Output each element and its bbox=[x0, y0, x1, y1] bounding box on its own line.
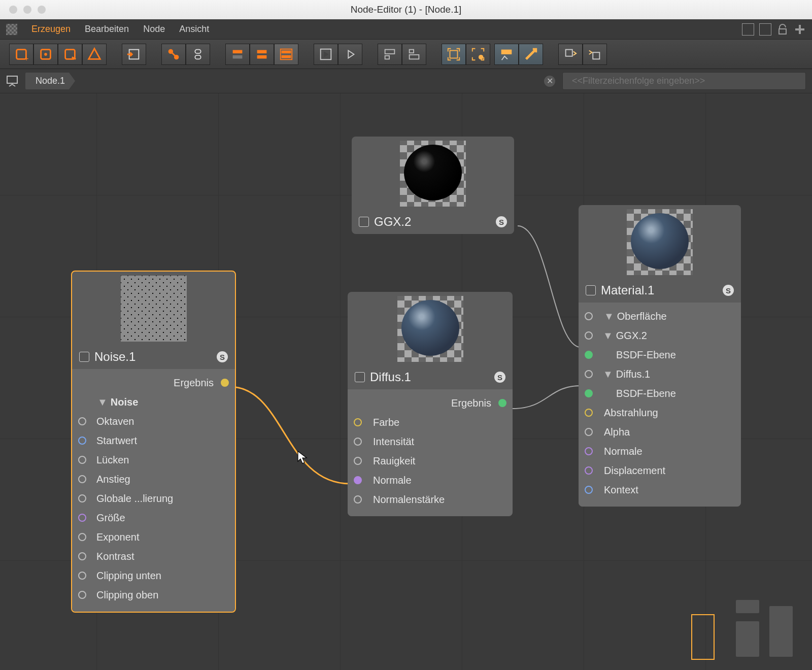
node-material[interactable]: Material.1 S ▼Oberfläche ▼GGX.2 BSDF-Ebe… bbox=[579, 205, 741, 507]
svg-rect-22 bbox=[410, 49, 414, 53]
close-filter-icon[interactable]: ✕ bbox=[544, 76, 555, 87]
toolbar-layout-a[interactable] bbox=[378, 44, 402, 65]
in-port[interactable] bbox=[585, 331, 593, 340]
input-intensitaet: Intensität bbox=[373, 436, 414, 448]
menu-erzeugen[interactable]: Erzeugen bbox=[31, 24, 71, 35]
in-port[interactable] bbox=[585, 447, 593, 455]
tree-bsdf1: BSDF-Ebene bbox=[616, 349, 676, 361]
toolbar-import[interactable] bbox=[122, 44, 146, 65]
in-port[interactable] bbox=[78, 514, 86, 522]
in-port[interactable] bbox=[585, 409, 593, 417]
tree-toggle[interactable]: ▼ bbox=[97, 396, 108, 408]
toolbar-unlink[interactable] bbox=[186, 44, 210, 65]
toolbar-new-node-1[interactable]: + bbox=[9, 44, 33, 65]
svg-rect-27 bbox=[566, 49, 572, 56]
toolbar-target[interactable] bbox=[466, 44, 490, 65]
svg-point-25 bbox=[479, 54, 483, 59]
minimize-window-button[interactable] bbox=[23, 6, 31, 14]
toolbar-play-1[interactable] bbox=[314, 44, 338, 65]
node-noise[interactable]: Noise.1 S Ergebnis ▼Noise Oktaven Startw… bbox=[71, 271, 236, 613]
menu-node[interactable]: Node bbox=[143, 24, 165, 35]
in-port[interactable] bbox=[585, 486, 593, 494]
in-port[interactable] bbox=[78, 437, 86, 445]
node-title: Diffus.1 bbox=[370, 370, 411, 384]
out-port[interactable] bbox=[221, 379, 229, 387]
solo-badge[interactable]: S bbox=[496, 216, 507, 227]
panel-icon-1[interactable] bbox=[742, 23, 754, 36]
solo-badge[interactable]: S bbox=[217, 351, 228, 362]
solo-badge[interactable]: S bbox=[494, 372, 505, 383]
in-port[interactable] bbox=[78, 456, 86, 464]
toolbar-align-3[interactable] bbox=[274, 44, 298, 65]
in-port[interactable] bbox=[78, 417, 86, 425]
group-noise: Noise bbox=[111, 396, 138, 408]
in-port[interactable] bbox=[585, 351, 593, 359]
tree-bsdf2: BSDF-Ebene bbox=[616, 388, 676, 399]
svg-rect-18 bbox=[282, 55, 291, 58]
in-port[interactable] bbox=[78, 494, 86, 502]
graph-root-icon[interactable] bbox=[6, 75, 18, 87]
panel-icon-2[interactable] bbox=[759, 23, 771, 36]
in-port[interactable] bbox=[585, 312, 593, 320]
svg-rect-28 bbox=[593, 52, 599, 59]
in-port[interactable] bbox=[585, 370, 593, 378]
toolbar-new-node-3[interactable] bbox=[58, 44, 82, 65]
svg-rect-23 bbox=[410, 54, 419, 58]
in-port[interactable] bbox=[78, 572, 86, 580]
toolbar-new-node-2[interactable] bbox=[33, 44, 58, 65]
toolbar-snap-2[interactable] bbox=[519, 44, 543, 65]
in-port[interactable] bbox=[78, 552, 86, 560]
toolbar-play-2[interactable] bbox=[338, 44, 362, 65]
in-port[interactable] bbox=[354, 438, 362, 446]
menu-bearbeiten[interactable]: Bearbeiten bbox=[85, 24, 129, 35]
solo-badge[interactable]: S bbox=[723, 285, 734, 296]
svg-rect-21 bbox=[385, 55, 389, 59]
toolbar-new-node-4[interactable] bbox=[82, 44, 107, 65]
tree-toggle[interactable]: ▼ bbox=[603, 330, 613, 342]
plus-icon[interactable] bbox=[794, 23, 806, 36]
in-port[interactable] bbox=[78, 533, 86, 541]
node-title: Noise.1 bbox=[94, 350, 136, 364]
in-port[interactable] bbox=[354, 457, 362, 465]
toolbar-layout-b[interactable] bbox=[402, 44, 426, 65]
input-exponent: Exponent bbox=[96, 531, 140, 543]
input-displacement: Displacement bbox=[604, 465, 665, 477]
input-skalierung: Globale ...lierung bbox=[96, 493, 173, 505]
in-port[interactable] bbox=[585, 466, 593, 475]
menu-ansicht[interactable]: Ansicht bbox=[179, 24, 209, 35]
diffus-preview bbox=[397, 296, 463, 362]
node-diffus[interactable]: Diffus.1 S Ergebnis Farbe Intensität Rau… bbox=[348, 292, 513, 516]
toolbar-clipboard-1[interactable] bbox=[558, 44, 583, 65]
node-type-icon bbox=[586, 285, 596, 295]
node-canvas[interactable]: GGX.2 S Diffus.1 S Ergebnis Farbe Intens… bbox=[0, 93, 812, 670]
in-port[interactable] bbox=[354, 476, 362, 484]
in-port[interactable] bbox=[78, 475, 86, 483]
toolbar: + bbox=[0, 40, 812, 69]
toolbar-link[interactable] bbox=[161, 44, 186, 65]
in-port[interactable] bbox=[354, 495, 362, 504]
toolbar-snap-1[interactable] bbox=[494, 44, 519, 65]
svg-rect-15 bbox=[257, 55, 267, 58]
in-port[interactable] bbox=[585, 428, 593, 436]
toolbar-align-1[interactable] bbox=[225, 44, 250, 65]
tree-toggle[interactable]: ▼ bbox=[604, 311, 614, 322]
toolbar-clipboard-2[interactable] bbox=[583, 44, 607, 65]
input-clip-unten: Clipping unten bbox=[96, 570, 161, 582]
in-port[interactable] bbox=[585, 389, 593, 397]
svg-rect-24 bbox=[450, 50, 458, 58]
tree-toggle[interactable]: ▼ bbox=[603, 368, 613, 380]
in-port[interactable] bbox=[354, 418, 362, 426]
breadcrumb-node[interactable]: Node.1 bbox=[25, 73, 75, 89]
svg-rect-29 bbox=[7, 76, 17, 83]
node-ggx[interactable]: GGX.2 S bbox=[352, 137, 514, 234]
toolbar-align-2[interactable] bbox=[250, 44, 274, 65]
toolbar-frame[interactable] bbox=[442, 44, 466, 65]
lock-icon[interactable] bbox=[776, 23, 789, 36]
zoom-window-button[interactable] bbox=[38, 6, 46, 14]
close-window-button[interactable] bbox=[9, 6, 17, 14]
minimap[interactable] bbox=[688, 597, 805, 663]
in-port[interactable] bbox=[78, 591, 86, 599]
svg-rect-26 bbox=[501, 49, 512, 54]
filter-input[interactable] bbox=[562, 72, 806, 90]
out-port[interactable] bbox=[498, 399, 506, 407]
